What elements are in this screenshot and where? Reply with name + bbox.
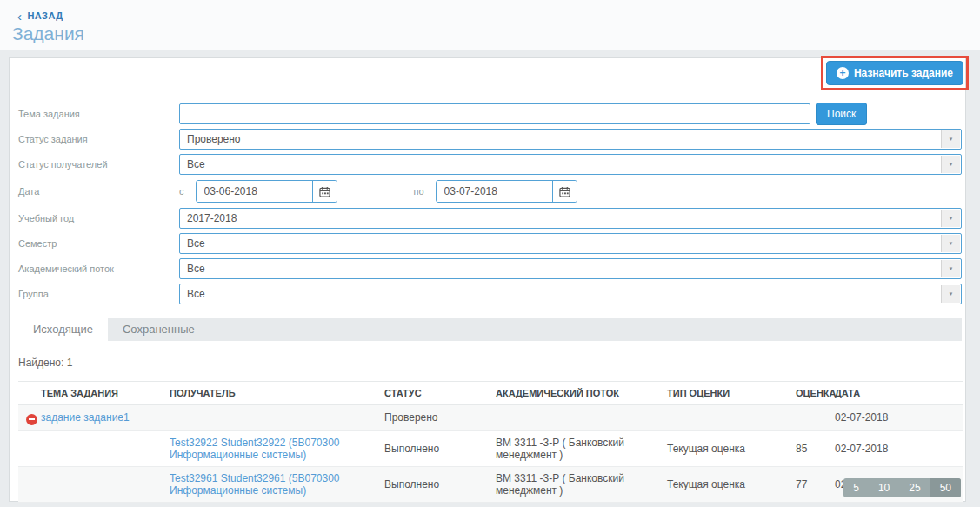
semester-label: Семестр xyxy=(18,238,179,249)
grade-cell: 85 xyxy=(796,430,835,466)
back-link[interactable]: ‹ НАЗАД xyxy=(17,10,63,21)
date-range: с по xyxy=(179,180,577,203)
topic-cell xyxy=(41,466,170,502)
col-stream: АКАДЕМИЧЕСКИЙ ПОТОК xyxy=(496,382,667,405)
grade-type-cell: Текущая оценка xyxy=(667,430,796,466)
group-select[interactable]: Все ▼ xyxy=(179,284,962,304)
icon-column-header xyxy=(18,382,41,405)
group-label: Группа xyxy=(18,289,179,299)
filter-row-topic: Тема задания Поиск xyxy=(18,103,962,124)
date-from-input[interactable] xyxy=(197,181,312,202)
grade-cell xyxy=(796,405,835,431)
stream-cell xyxy=(496,405,667,431)
topic-label: Тема задания xyxy=(18,109,179,119)
date-label: Дата xyxy=(18,186,179,197)
table-row: задание задание1 Проверено 02-07-2018 xyxy=(18,405,963,431)
back-label: НАЗАД xyxy=(27,10,63,21)
filter-row-stream: Академический поток Все ▼ xyxy=(18,258,962,279)
recipients-label: Статус получателей xyxy=(18,159,179,170)
stream-value: Все xyxy=(187,263,205,275)
date-to-label: по xyxy=(414,186,424,197)
filter-form: Тема задания Поиск Статус задания Провер… xyxy=(10,58,965,304)
chevron-down-icon[interactable]: ▼ xyxy=(941,210,960,227)
calendar-icon[interactable] xyxy=(312,181,337,202)
status-cell: Выполнено xyxy=(384,466,496,502)
col-grade: ОЦЕНКА xyxy=(796,382,835,405)
status-value: Проверено xyxy=(187,133,241,145)
page-size-5[interactable]: 5 xyxy=(843,478,869,497)
group-value: Все xyxy=(187,288,205,300)
assign-button-annotation: + Назначить задание xyxy=(821,56,969,90)
topic-input[interactable] xyxy=(179,103,810,124)
grade-cell: 77 xyxy=(796,466,835,502)
filter-row-recipients: Статус получателей Все ▼ xyxy=(18,154,962,175)
chevron-down-icon[interactable]: ▼ xyxy=(941,285,960,303)
page-size-10[interactable]: 10 xyxy=(869,478,899,497)
date-from-label: с xyxy=(179,186,184,197)
assign-task-label: Назначить задание xyxy=(854,67,953,79)
date-to-input[interactable] xyxy=(437,181,552,202)
filter-row-group: Группа Все ▼ xyxy=(18,284,962,304)
grade-type-cell: Текущая оценка xyxy=(667,466,796,502)
stream-cell: ВМ 3311 -3-Р ( Банковский менеджмент ) xyxy=(496,430,667,466)
filter-row-date: Дата с по xyxy=(18,179,962,203)
topic-cell xyxy=(41,430,170,466)
col-grade-type: ТИП ОЦЕНКИ xyxy=(667,382,796,405)
col-status: СТАТУС xyxy=(384,382,496,405)
chevron-down-icon[interactable]: ▼ xyxy=(941,235,960,252)
semester-value: Все xyxy=(187,237,205,250)
filter-row-semester: Семестр Все ▼ xyxy=(18,233,962,254)
date-to-picker xyxy=(436,180,577,203)
col-date: ДАТА xyxy=(835,382,963,405)
page-size-selector: 5 10 25 50 xyxy=(843,478,961,497)
tab-saved[interactable]: Сохраненные xyxy=(108,318,210,341)
year-select[interactable]: 2017-2018 ▼ xyxy=(179,208,962,229)
grade-type-cell xyxy=(667,405,796,431)
calendar-icon[interactable] xyxy=(552,181,577,202)
search-button[interactable]: Поиск xyxy=(816,103,867,125)
table-row: Test32922 Student32922 (5B070300 Информа… xyxy=(18,430,963,466)
table-header-row: ТЕМА ЗАДАНИЯ ПОЛУЧАТЕЛЬ СТАТУС АКАДЕМИЧЕ… xyxy=(18,382,963,405)
main-panel: + Назначить задание Тема задания Поиск С… xyxy=(9,57,966,502)
recipient-link[interactable]: Test32922 Student32922 (5B070300 Информа… xyxy=(170,437,340,461)
page-size-25[interactable]: 25 xyxy=(899,478,930,497)
year-label: Учебный год xyxy=(18,213,179,223)
status-select[interactable]: Проверено ▼ xyxy=(179,129,962,150)
recipient-cell xyxy=(170,405,384,431)
chevron-down-icon[interactable]: ▼ xyxy=(941,156,960,173)
col-recipient: ПОЛУЧАТЕЛЬ xyxy=(170,382,384,405)
recipients-select[interactable]: Все ▼ xyxy=(179,154,962,175)
stream-select[interactable]: Все ▼ xyxy=(179,258,962,279)
table-row: Test32961 Student32961 (5B070300 Информа… xyxy=(18,466,963,502)
page-header: ‹ НАЗАД Задания xyxy=(0,0,980,50)
year-value: 2017-2018 xyxy=(187,212,237,224)
recipients-value: Все xyxy=(187,158,205,170)
tab-bar: Исходящие Сохраненные xyxy=(18,318,962,341)
chevron-down-icon[interactable]: ▼ xyxy=(941,260,960,277)
page-title: Задания xyxy=(12,23,84,44)
recipient-link[interactable]: Test32961 Student32961 (5B070300 Информа… xyxy=(170,472,340,497)
back-chevron-icon: ‹ xyxy=(17,11,22,21)
topic-link[interactable]: задание задание1 xyxy=(41,411,130,424)
results-count: Найдено: 1 xyxy=(18,357,965,369)
date-cell: 02-07-2018 xyxy=(835,405,963,431)
semester-select[interactable]: Все ▼ xyxy=(179,233,962,254)
chevron-down-icon[interactable]: ▼ xyxy=(941,130,960,148)
assign-task-button[interactable]: + Назначить задание xyxy=(826,61,963,85)
status-label: Статус задания xyxy=(18,134,179,144)
filter-row-status: Статус задания Проверено ▼ xyxy=(18,129,962,150)
plus-circle-icon: + xyxy=(837,67,849,79)
date-from-picker xyxy=(196,180,337,203)
stream-label: Академический поток xyxy=(18,264,179,274)
assignments-table: ТЕМА ЗАДАНИЯ ПОЛУЧАТЕЛЬ СТАТУС АКАДЕМИЧЕ… xyxy=(18,381,963,503)
stream-cell: ВМ 3311 -3-Р ( Банковский менеджмент ) xyxy=(496,466,667,502)
date-cell: 02-07-2018 xyxy=(835,430,963,466)
remove-icon[interactable] xyxy=(26,414,37,425)
tab-outgoing[interactable]: Исходящие xyxy=(18,318,108,341)
filter-row-year: Учебный год 2017-2018 ▼ xyxy=(18,208,962,229)
col-topic: ТЕМА ЗАДАНИЯ xyxy=(41,382,170,405)
status-cell: Выполнено xyxy=(384,430,496,466)
status-cell: Проверено xyxy=(384,405,496,431)
page-size-50[interactable]: 50 xyxy=(930,478,961,497)
